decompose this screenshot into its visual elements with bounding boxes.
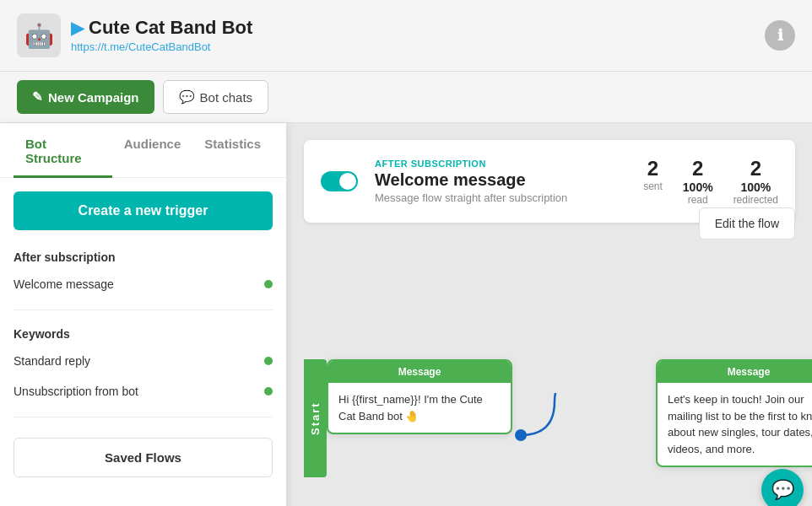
tab-statistics[interactable]: Statistics [192, 123, 273, 178]
stat-redirected-pct: 100% [734, 180, 778, 194]
message-card-2[interactable]: Message Let's keep in touch! Join our ma… [656, 359, 812, 467]
stat-read-pct: 100% [683, 180, 713, 194]
active-dot-3 [264, 387, 273, 396]
chat-bubble-icon: 💬 [771, 479, 794, 501]
stat-read-label: read [683, 194, 713, 206]
edit-flow-button[interactable]: Edit the flow [699, 207, 795, 240]
active-dot-2 [264, 357, 273, 365]
info-button[interactable]: ℹ [765, 20, 795, 51]
new-campaign-icon: ✎ [32, 89, 43, 105]
bot-name: ▶ Cute Cat Band Bot [71, 17, 252, 39]
stat-sent-label: sent [643, 180, 663, 192]
divider-2 [14, 417, 273, 417]
flow-canvas: Start Message Hi {{first_name}}! I'm the… [287, 351, 812, 506]
tab-bot-structure[interactable]: Bot Structure [14, 123, 112, 178]
header: 🤖 ▶ Cute Cat Band Bot https://t.me/CuteC… [0, 0, 812, 72]
keywords-section: Keywords Standard reply Unsubscription f… [0, 320, 286, 406]
telegram-icon: ▶ [71, 18, 84, 38]
left-panel: Bot Structure Audience Statistics Create… [0, 123, 287, 506]
keywords-label: Keywords [0, 320, 286, 346]
message-card-1-body: Hi {{first_name}}! I'm the Cute Cat Band… [328, 383, 511, 433]
subscription-info: AFTER SUBSCRIPTION Welcome message Messa… [375, 159, 626, 204]
after-subscription-label: After subscription [0, 244, 286, 269]
main-area: Bot Structure Audience Statistics Create… [0, 123, 812, 506]
bot-info: ▶ Cute Cat Band Bot https://t.me/CuteCat… [71, 17, 252, 54]
create-trigger-button[interactable]: Create a new trigger [14, 191, 273, 230]
subscription-title: Welcome message [375, 170, 626, 190]
flow-item-standard-reply[interactable]: Standard reply [0, 346, 286, 376]
stat-redirected: 2 100% redirected [734, 157, 778, 206]
message-card-1[interactable]: Message Hi {{first_name}}! I'm the Cute … [327, 359, 512, 434]
active-dot [264, 280, 273, 288]
message-card-2-body: Let's keep in touch! Join our mailing li… [658, 383, 812, 466]
avatar-emoji: 🤖 [24, 22, 54, 50]
tabs-bar: Bot Structure Audience Statistics [0, 123, 286, 178]
action-bar: ✎ New Campaign 💬 Bot chats [0, 72, 812, 123]
bot-link[interactable]: https://t.me/CuteCatBandBot [71, 40, 210, 53]
flow-item-unsubscription[interactable]: Unsubscription from bot [0, 376, 286, 406]
bot-avatar: 🤖 [17, 13, 61, 57]
stat-read: 2 100% read [683, 157, 713, 206]
bot-chats-button[interactable]: 💬 Bot chats [163, 80, 269, 114]
stat-redirected-num: 2 [734, 157, 778, 180]
flow-item-welcome[interactable]: Welcome message [0, 269, 286, 299]
header-left: 🤖 ▶ Cute Cat Band Bot https://t.me/CuteC… [17, 13, 252, 57]
message-card-2-header: Message [658, 361, 812, 383]
tab-audience[interactable]: Audience [112, 123, 193, 178]
saved-flows-button[interactable]: Saved Flows [14, 438, 273, 477]
chat-bubble[interactable]: 💬 [761, 469, 804, 506]
stat-sent: 2 sent [643, 157, 663, 206]
stat-redirected-label: redirected [734, 194, 778, 206]
stat-sent-num: 2 [643, 157, 663, 180]
bot-chats-icon: 💬 [179, 89, 195, 105]
divider-1 [14, 310, 273, 310]
toggle-switch[interactable] [321, 171, 358, 191]
subscription-desc: Message flow straight after subscription [375, 191, 626, 204]
right-panel: AFTER SUBSCRIPTION Welcome message Messa… [287, 123, 812, 506]
stats-group: 2 sent 2 100% read 2 100% redirected [643, 157, 778, 206]
flow-connector-svg [512, 393, 588, 506]
new-campaign-button[interactable]: ✎ New Campaign [17, 80, 154, 114]
stat-read-num: 2 [683, 157, 713, 180]
message-card-1-header: Message [328, 361, 511, 383]
subscription-label: AFTER SUBSCRIPTION [375, 159, 626, 169]
start-label: Start [304, 359, 327, 477]
